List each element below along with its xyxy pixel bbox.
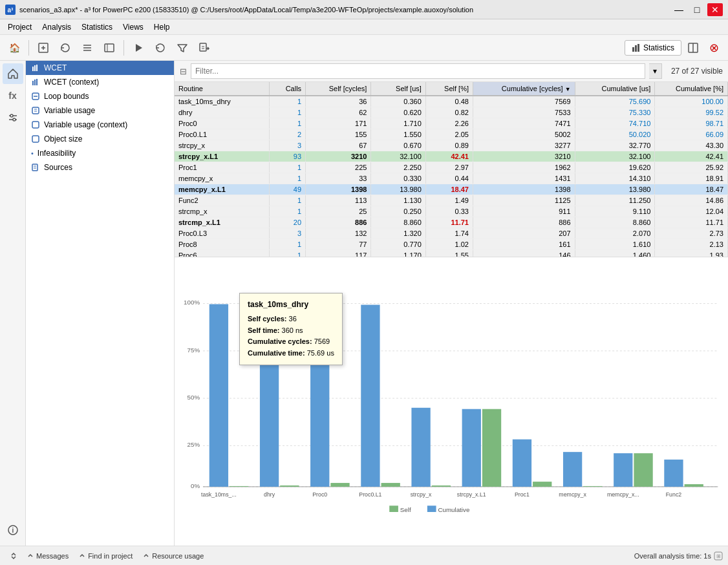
svg-text:Proc0: Proc0 [312, 491, 327, 498]
col-self-pct[interactable]: Self [%] [425, 82, 473, 96]
error-button[interactable]: ⊗ [705, 39, 723, 57]
cell-cum-pct: 42.41 [655, 151, 728, 162]
statistics-panel-button[interactable]: Statistics [625, 40, 681, 56]
table-row[interactable]: strcpy_x 3 67 0.670 0.89 3277 32.770 43.… [175, 140, 728, 151]
new-button[interactable] [34, 39, 52, 57]
menu-project[interactable]: Project [3, 21, 37, 33]
sidebar-item-variable-usage-context[interactable]: Variable usage (context) [26, 118, 174, 132]
col-self-cycles[interactable]: Self [cycles] [306, 82, 371, 96]
statistics-icon [632, 43, 641, 52]
settings-button[interactable] [100, 39, 118, 57]
menu-analysis[interactable]: Analysis [37, 21, 76, 33]
cell-self-pct: 11.71 [425, 217, 473, 228]
content-area: ⊟ ▾ 27 of 27 visible Routine Calls Self … [175, 61, 728, 546]
menu-statistics[interactable]: Statistics [76, 21, 118, 33]
cell-cum-pct: 12.04 [655, 206, 728, 217]
table-row[interactable]: memcpy_x 1 33 0.330 0.44 1431 14.310 18.… [175, 173, 728, 184]
svg-rect-26 [32, 67, 34, 71]
export-button[interactable] [195, 39, 213, 57]
col-calls[interactable]: Calls [269, 82, 305, 96]
table-row[interactable]: Func2 1 113 1.130 1.49 1125 11.250 14.86 [175, 195, 728, 206]
refresh-button[interactable] [151, 39, 169, 57]
col-routine[interactable]: Routine [175, 82, 269, 96]
sidebar-item-variable-usage[interactable]: Variable usage [26, 103, 174, 118]
bar-cum-4[interactable] [411, 408, 430, 487]
cell-cum-cycles: 5002 [473, 129, 575, 140]
home-button[interactable]: 🏠 [5, 39, 23, 57]
cell-routine: Proc6 [175, 250, 269, 257]
cell-cum-pct: 98.71 [655, 118, 728, 129]
close-button[interactable]: ✕ [707, 3, 723, 16]
cell-self-cycles: 155 [306, 129, 371, 140]
table-row[interactable]: Proc6 1 117 1.170 1.55 146 1.460 1.93 [175, 250, 728, 257]
svg-text:memcpy_x: memcpy_x [559, 491, 586, 498]
home-nav-icon[interactable] [3, 63, 23, 84]
resource-usage-button[interactable]: Resource usage [138, 549, 209, 562]
bar-cum-5[interactable] [462, 409, 481, 487]
bar-cum-2[interactable] [310, 306, 329, 486]
table-row[interactable]: strcmp_x.L1 20 886 8.860 11.71 886 8.860… [175, 217, 728, 228]
controls-nav-icon[interactable] [3, 107, 23, 128]
bar-cum-0[interactable] [209, 304, 228, 487]
menu-views[interactable]: Views [118, 21, 149, 33]
table-row[interactable]: Proc1 1 225 2.250 2.97 1962 19.620 25.92 [175, 162, 728, 173]
cell-routine: strcpy_x [175, 140, 269, 151]
table-row[interactable]: memcpy_x.L1 49 1398 13.980 18.47 1398 13… [175, 184, 728, 195]
cell-self-pct: 1.02 [425, 239, 473, 250]
filter-input[interactable] [191, 63, 645, 79]
sidebar-item-sources[interactable]: Sources [26, 160, 174, 175]
table-row[interactable]: dhry 1 62 0.620 0.82 7533 75.330 99.52 [175, 107, 728, 118]
col-cum-us[interactable]: Cumulative [us] [575, 82, 655, 96]
cell-calls: 1 [269, 162, 305, 173]
col-self-us[interactable]: Self [us] [371, 82, 425, 96]
cell-cum-cycles: 886 [473, 217, 575, 228]
legend-self-label: Self [400, 506, 411, 513]
cell-self-us: 1.710 [371, 118, 425, 129]
sidebar-item-object-size[interactable]: Object size [26, 132, 174, 146]
bar-cum-6[interactable] [513, 440, 531, 487]
table-row[interactable]: Proc0.L3 3 132 1.320 1.74 207 2.070 2.73 [175, 228, 728, 239]
table-row[interactable]: Proc0 1 171 1.710 2.26 7471 74.710 98.71 [175, 118, 728, 129]
expand-button[interactable] [5, 550, 22, 562]
col-cum-pct[interactable]: Cumulative [%] [655, 82, 728, 96]
bar-cum-3[interactable] [361, 304, 380, 486]
list-button[interactable] [78, 39, 96, 57]
cell-self-cycles: 67 [306, 140, 371, 151]
cell-cum-pct: 14.86 [655, 195, 728, 206]
col-cum-cycles[interactable]: Cumulative [cycles] ▼ [473, 82, 575, 96]
find-in-project-button[interactable]: Find in project [74, 549, 138, 562]
bar-cum-7[interactable] [563, 452, 582, 487]
bar-self-0 [230, 486, 248, 487]
menu-help[interactable]: Help [149, 21, 175, 33]
bar-self-5[interactable] [482, 409, 501, 487]
messages-button[interactable]: Messages [22, 549, 74, 562]
filter-button[interactable] [173, 39, 191, 57]
table-row[interactable]: Proc8 1 77 0.770 1.02 161 1.610 2.13 [175, 239, 728, 250]
bar-cum-9[interactable] [664, 460, 683, 487]
bar-cum-8[interactable] [614, 453, 632, 487]
sidebar-item-infeasibility[interactable]: • Infeasibility [26, 146, 174, 160]
bar-cum-1[interactable] [260, 304, 279, 486]
filter-dropdown-button[interactable]: ▾ [649, 63, 662, 79]
info-nav-icon[interactable]: i [3, 520, 23, 540]
maximize-button[interactable]: □ [689, 3, 705, 16]
split-button[interactable] [684, 39, 702, 57]
table-row[interactable]: strcpy_x.L1 93 3210 32.100 42.41 3210 32… [175, 151, 728, 162]
sidebar-item-loop-bounds[interactable]: Loop bounds [26, 89, 174, 103]
svg-rect-17 [637, 44, 639, 52]
reload-button[interactable] [56, 39, 74, 57]
svg-text:task_10ms_...: task_10ms_... [201, 491, 237, 498]
svg-text:Proc0.L1: Proc0.L1 [359, 491, 381, 498]
run-button[interactable] [129, 39, 147, 57]
svg-rect-37 [32, 122, 39, 128]
cell-cum-pct: 43.30 [655, 140, 728, 151]
table-row[interactable]: Proc0.L1 2 155 1.550 2.05 5002 50.020 66… [175, 129, 728, 140]
sidebar-item-wcet[interactable]: WCET [26, 61, 174, 75]
minimize-button[interactable]: — [671, 3, 687, 16]
function-nav-icon[interactable]: fx [3, 85, 23, 106]
table-row[interactable]: strcmp_x 1 25 0.250 0.33 911 9.110 12.04 [175, 206, 728, 217]
table-row[interactable]: task_10ms_dhry 1 36 0.360 0.48 7569 75.6… [175, 96, 728, 107]
sidebar-item-wcet-context[interactable]: WCET (context) [26, 75, 174, 89]
wcet-context-icon [31, 78, 40, 87]
bar-self-8[interactable] [634, 453, 652, 487]
